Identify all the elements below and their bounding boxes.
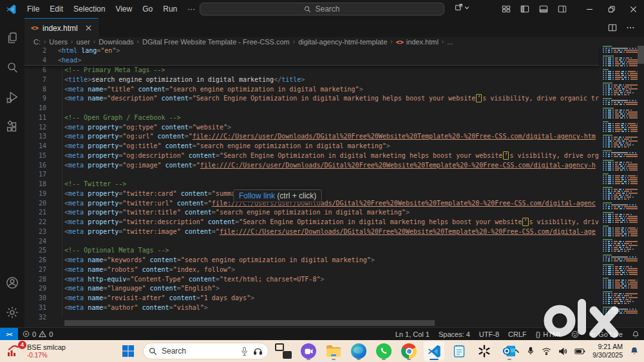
tray-clock[interactable]: 9:21 AM 9/30/2025 bbox=[592, 343, 623, 359]
run-debug-icon[interactable] bbox=[0, 82, 24, 112]
cursor-position[interactable]: Ln 1, Col 1 bbox=[391, 328, 434, 341]
code-line[interactable]: 6<!-- Primary Meta Tags --> bbox=[24, 66, 599, 75]
code-line[interactable]: 14<meta property="og:title" content="sea… bbox=[24, 142, 599, 151]
notifications-bell-icon[interactable] bbox=[627, 328, 644, 341]
vertical-scrollbar-slider[interactable] bbox=[638, 46, 644, 64]
code-line[interactable]: 24 bbox=[24, 237, 599, 247]
toggle-secondary-sidebar-icon[interactable] bbox=[558, 5, 567, 14]
taskbar-app-whatsapp[interactable] bbox=[374, 341, 394, 361]
code-line[interactable]: 31<meta name="author" content="vishal"> bbox=[24, 303, 599, 313]
menu-go[interactable]: Go bbox=[137, 3, 158, 15]
code-line[interactable]: 23<meta property="twitter:image" content… bbox=[24, 227, 599, 237]
feedback-smiley-icon[interactable] bbox=[567, 328, 583, 341]
tray-wifi-icon[interactable] bbox=[542, 347, 551, 355]
tray-mic-icon[interactable] bbox=[527, 347, 535, 356]
menu-[interactable]: ··· bbox=[182, 3, 200, 15]
toggle-panel-icon[interactable] bbox=[539, 5, 548, 14]
indentation-status[interactable]: Spaces: 4 bbox=[434, 328, 475, 341]
launch-configuration-button[interactable] bbox=[455, 3, 469, 12]
settings-gear-icon[interactable] bbox=[0, 298, 24, 327]
minimize-button[interactable] bbox=[578, 0, 600, 18]
notification-bell-icon[interactable] bbox=[630, 347, 639, 356]
taskbar-app-file-explorer[interactable] bbox=[323, 341, 344, 361]
breadcrumb-item[interactable]: DGital Free Website Template - Free-CSS.… bbox=[142, 38, 290, 46]
code-line[interactable]: 15<meta property="og:description" conten… bbox=[24, 151, 599, 161]
taskbar-app-outlook[interactable] bbox=[499, 341, 520, 361]
taskbar-center: Search bbox=[118, 340, 520, 362]
remote-indicator[interactable]: >< bbox=[0, 328, 18, 341]
code-line[interactable]: 25<!-- Optional Meta Tags --> bbox=[24, 246, 599, 256]
code-line[interactable]: 21<meta property="twitter:title" content… bbox=[24, 208, 599, 218]
code-line[interactable]: 2<html lang="en"> bbox=[24, 46, 599, 55]
minimap[interactable] bbox=[599, 46, 638, 327]
problems-status[interactable]: 0 0 bbox=[18, 328, 57, 341]
encoding-status[interactable]: UTF-8 bbox=[475, 328, 504, 341]
breadcrumb-item[interactable]: Downloads bbox=[99, 38, 133, 46]
search-sidebar-icon[interactable] bbox=[0, 53, 24, 82]
customize-layout-icon[interactable] bbox=[502, 5, 511, 14]
command-center-search[interactable]: Search bbox=[200, 3, 444, 15]
code-line[interactable]: 27<meta name="robots" content="index, fo… bbox=[24, 265, 599, 275]
tab-index-html[interactable]: <> index.html bbox=[24, 18, 99, 37]
follow-link-tooltip[interactable]: Follow link (ctrl + click) bbox=[233, 189, 322, 202]
tab-close-icon[interactable] bbox=[86, 25, 91, 31]
split-editor-icon[interactable] bbox=[608, 23, 617, 32]
code-line[interactable]: 26<meta name="keywords" content="search … bbox=[24, 256, 599, 265]
menu-view[interactable]: View bbox=[110, 3, 137, 15]
code-line[interactable]: 16<meta property="og:image" content="fil… bbox=[24, 161, 599, 171]
breadcrumb-item[interactable]: ... bbox=[447, 38, 453, 46]
explorer-icon[interactable] bbox=[0, 23, 24, 53]
taskbar-app-task-view[interactable] bbox=[273, 341, 294, 361]
taskbar-app-notepad[interactable] bbox=[449, 341, 469, 361]
taskbar-app-chat[interactable] bbox=[298, 341, 319, 361]
code-line[interactable]: 22<meta property="twitter:description" c… bbox=[24, 218, 599, 227]
menu-run[interactable]: Run bbox=[158, 3, 182, 15]
code-line[interactable]: 11<!-- Open Graph / Facebook --> bbox=[24, 113, 599, 123]
mic-stand-icon[interactable] bbox=[240, 347, 249, 356]
code-line[interactable]: 18<!-- Twitter --> bbox=[24, 180, 599, 189]
follow-link-text[interactable]: Follow link bbox=[239, 191, 275, 200]
start-button[interactable] bbox=[118, 341, 138, 361]
code-line[interactable]: 28<meta http-equiv="Content-Type" conten… bbox=[24, 275, 599, 285]
code-line[interactable]: 8<meta name="title" content="search engi… bbox=[24, 85, 599, 95]
headphones-icon[interactable] bbox=[253, 347, 263, 356]
code-line[interactable]: 12<meta property="og:type" content="webs… bbox=[24, 123, 599, 133]
vertical-scrollbar[interactable] bbox=[638, 46, 644, 327]
code-line[interactable]: 4<head> bbox=[24, 55, 599, 65]
tray-volume-icon[interactable] bbox=[558, 347, 567, 356]
breadcrumb-item[interactable]: user bbox=[76, 38, 90, 46]
code-line[interactable]: 7<title>search engine optimization in di… bbox=[24, 75, 599, 85]
horizontal-scrollbar-slider[interactable] bbox=[64, 320, 435, 326]
taskbar-app-edge[interactable] bbox=[348, 341, 369, 361]
language-mode[interactable]: {}HTML bbox=[531, 328, 567, 341]
close-window-button[interactable] bbox=[622, 0, 644, 18]
taskbar-app-chrome[interactable] bbox=[399, 341, 419, 361]
sticky-scroll[interactable]: 2<html lang="en">4<head> bbox=[24, 46, 599, 66]
code-line[interactable]: 17 bbox=[24, 170, 599, 180]
taskbar-app-chatgpt[interactable] bbox=[474, 341, 495, 361]
breadcrumb-item[interactable]: <>index.html bbox=[396, 38, 439, 46]
breadcrumb-item[interactable]: C: bbox=[33, 38, 41, 46]
code-line[interactable]: 30<meta name="revisit-after" content="1 … bbox=[24, 294, 599, 303]
restore-button[interactable] bbox=[600, 0, 622, 18]
extensions-icon[interactable] bbox=[0, 112, 24, 142]
tray-battery-icon[interactable] bbox=[574, 348, 585, 355]
widgets-button[interactable]: 4 BSE smlcap -0.17% bbox=[0, 343, 66, 359]
taskbar-search-box[interactable]: Search bbox=[143, 343, 269, 359]
code-line[interactable]: 29<meta name="language" content="English… bbox=[24, 284, 599, 294]
breadcrumb-item[interactable]: digital-agency-html-template bbox=[298, 38, 387, 46]
eol-status[interactable]: CRLF bbox=[504, 328, 531, 341]
editor-pane[interactable]: 6<!-- Primary Meta Tags -->7<title>searc… bbox=[24, 46, 644, 327]
menu-edit[interactable]: Edit bbox=[44, 3, 68, 15]
breadcrumb-item[interactable]: Users bbox=[49, 38, 68, 46]
accounts-icon[interactable] bbox=[0, 268, 24, 298]
editor-more-actions-icon[interactable] bbox=[626, 23, 635, 32]
code-line[interactable]: 10 bbox=[24, 104, 599, 113]
taskbar-app-vscode[interactable] bbox=[424, 341, 444, 361]
code-line[interactable]: 9<meta name="description" content="Searc… bbox=[24, 94, 599, 104]
go-live-button[interactable]: Go Live bbox=[583, 328, 627, 341]
menu-file[interactable]: File bbox=[22, 3, 44, 15]
code-line[interactable]: 13<meta property="og:url" content="file:… bbox=[24, 132, 599, 142]
toggle-sidebar-icon[interactable] bbox=[520, 5, 529, 14]
menu-selection[interactable]: Selection bbox=[68, 3, 110, 15]
